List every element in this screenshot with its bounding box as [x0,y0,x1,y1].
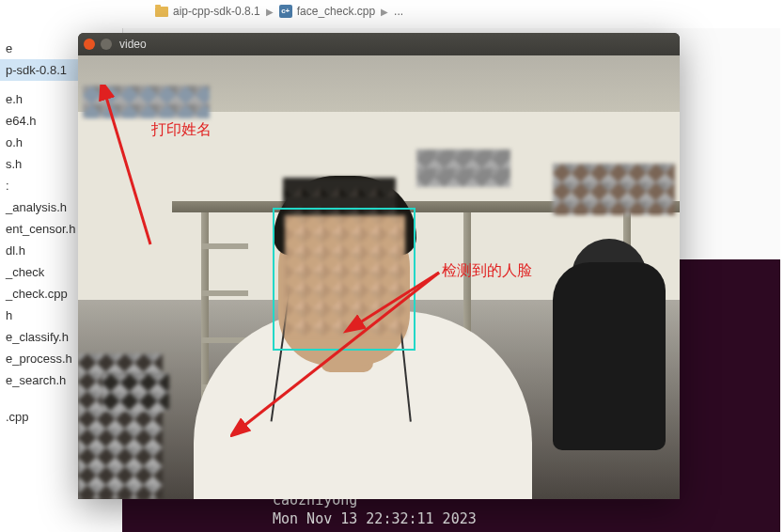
breadcrumb-folder-label: aip-cpp-sdk-0.8.1 [173,5,260,18]
breadcrumb: aip-cpp-sdk-0.8.1 ▶ c+ face_check.cpp ▶ … [155,5,403,18]
window-titlebar[interactable]: video [78,33,680,55]
close-icon[interactable] [84,39,95,50]
terminal-output-line: Mon Nov 13 22:32:11 2023 [273,510,477,529]
cpp-icon: c+ [279,5,292,18]
name-overlay-censored [83,86,210,118]
breadcrumb-file-label: face_check.cpp [297,5,375,18]
window-title: video [119,38,147,51]
breadcrumb-folder[interactable]: aip-cpp-sdk-0.8.1 [155,5,260,18]
video-frame [78,55,680,499]
chevron-right-icon: ▶ [266,7,274,17]
chevron-right-icon: ▶ [381,7,388,17]
video-window[interactable]: video [78,33,680,499]
minimize-icon[interactable] [101,39,112,50]
folder-icon [155,7,168,17]
breadcrumb-file[interactable]: c+ face_check.cpp [279,5,375,18]
breadcrumb-more[interactable]: ... [394,5,403,18]
